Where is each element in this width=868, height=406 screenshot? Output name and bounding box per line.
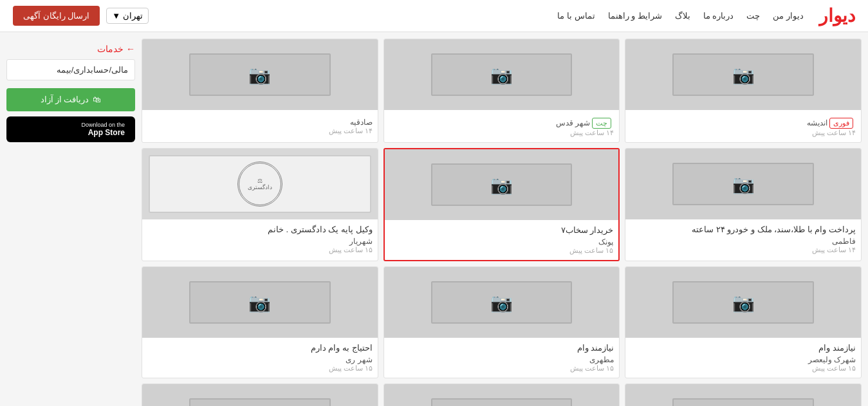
chevron-down-icon: ▼ <box>112 11 120 21</box>
arrow-right-icon: ← <box>126 44 135 54</box>
listing-card[interactable]: 📷 نیازمند وام مطهری ۱۵ ساعت پیش <box>383 266 620 378</box>
main-layout: 📷 فوری اندیشه ۱۴ ساعت پیش 📷 <box>0 32 868 406</box>
listing-title: نیازمند وام <box>631 343 856 353</box>
listing-body: پرداخت وام با طلا،سند، ملک و خودرو ۲۴ سا… <box>625 219 861 259</box>
listing-body: وکیل پایه یک دادگستری . خانم شهریار ۱۵ س… <box>142 219 378 259</box>
listing-image: 📷 <box>625 149 861 219</box>
camera-icon: 📷 <box>248 292 271 313</box>
listing-card[interactable]: 📷 چت شهر قدس ۱۴ ساعت پیش <box>383 39 620 143</box>
nav-link-contact[interactable]: تماس با ما <box>557 11 595 21</box>
azad-button[interactable]: 🛍 دریافت از آزاد <box>6 88 135 111</box>
listing-location: شهرک ولیعصر <box>631 355 856 364</box>
listing-title: احتیاج به وام دارم <box>147 343 373 353</box>
listing-body: احتیاج به وام دارم شهر ری ۱۵ ساعت پیش <box>142 338 378 378</box>
nav-item-contact[interactable]: تماس با ما <box>557 11 595 21</box>
image-placeholder: 📷 <box>672 281 813 324</box>
listing-card-highlighted[interactable]: 📷 خریدار سخاب۷ پونک ۱۵ ساعت پیش <box>383 148 620 261</box>
listing-card[interactable]: 📷 احتیاج به وام دارم شهر ری ۱۵ ساعت پیش <box>142 266 378 378</box>
listing-time: ۱۵ ساعت پیش <box>147 246 373 254</box>
camera-icon: 📷 <box>490 174 513 196</box>
appstore-text: Download on the App Store <box>81 122 125 137</box>
listing-time: ۱۴ ساعت پیش <box>631 246 856 254</box>
image-placeholder: 📷 <box>431 398 572 406</box>
image-placeholder: 📷 <box>672 398 813 406</box>
listing-location: شهر ری <box>147 355 373 364</box>
nav-item-blog[interactable]: بلاگ <box>675 11 690 21</box>
location-selector[interactable]: تهران ▼ <box>106 8 149 24</box>
listing-title: نیازمند وام <box>389 343 614 353</box>
camera-icon: 📷 <box>732 292 755 313</box>
nav-item-about[interactable]: درباره ما <box>703 11 734 21</box>
location-name: اندیشه <box>807 118 827 127</box>
logo[interactable]: دیوار <box>819 5 855 26</box>
image-placeholder: 📷 <box>189 53 330 96</box>
listing-location: صادقیه <box>147 118 373 127</box>
listing-time: ۱۵ ساعت پیش <box>390 246 614 255</box>
listing-image: 📷 <box>384 39 620 110</box>
nav-link-about[interactable]: درباره ما <box>703 11 734 21</box>
listing-body: صادقیه ۱۴ ساعت پیش <box>142 110 378 140</box>
nav-link-terms[interactable]: شرایط و راهنما <box>608 11 662 21</box>
nav-item-divar[interactable]: دیوار من <box>773 11 804 21</box>
lawyer-seal: ⚖دادگستری <box>237 161 282 207</box>
main-nav: دیوار من چت درباره ما بلاگ شرایط و راهنم… <box>557 11 804 21</box>
listing-image: 📷 <box>142 384 378 406</box>
listing-card[interactable]: 📷 نیازمند وام شهرک ولیعصر ۱۵ ساعت پیش <box>625 266 862 378</box>
listing-time: ۱۵ ساعت پیش <box>147 364 373 373</box>
appstore-button[interactable]: Download on the App Store <box>6 116 135 142</box>
listing-card[interactable]: 📷 وام جابجایی مسکن بدون <box>383 383 620 406</box>
services-label: خدمات <box>97 44 124 54</box>
listing-title: پرداخت وام با طلا،سند، ملک و خودرو ۲۴ سا… <box>631 225 856 234</box>
listing-image: 📷 <box>625 384 861 406</box>
listing-body: نیازمند وام شهرک ولیعصر ۱۵ ساعت پیش <box>625 338 861 378</box>
listing-time: ۱۴ ساعت پیش <box>631 129 856 137</box>
listing-time: ۱۵ ساعت پیش <box>631 364 856 373</box>
camera-icon: 📷 <box>732 174 755 195</box>
location-name: شهر قدس <box>556 118 590 127</box>
listing-body: خریدار سخاب۷ پونک ۱۵ ساعت پیش <box>385 220 619 260</box>
post-ad-button[interactable]: ارسال رایگان آگهی <box>13 6 100 26</box>
nav-item-terms[interactable]: شرایط و راهنما <box>608 11 662 21</box>
listing-body: نیازمند وام مطهری ۱۵ ساعت پیش <box>384 338 620 378</box>
azad-label: دریافت از آزاد <box>41 95 89 105</box>
nav-link-divar[interactable]: دیوار من <box>773 11 804 21</box>
listing-image: 📷 <box>625 39 861 110</box>
image-placeholder: 📷 <box>431 281 572 324</box>
listing-time: ۱۵ ساعت پیش <box>389 364 614 373</box>
appstore-line2: App Store <box>81 128 125 137</box>
nav-item-chat[interactable]: چت <box>746 11 760 21</box>
listing-location: مطهری <box>389 355 614 364</box>
listing-image: 📷 <box>142 267 378 338</box>
camera-icon: 📷 <box>732 64 755 86</box>
listing-location: فاطمی <box>631 237 856 246</box>
listing-title: خریدار سخاب۷ <box>390 225 614 235</box>
listing-card[interactable]: 📷 نیازمند وام <box>142 383 378 406</box>
listing-time: ۱۴ ساعت پیش <box>389 129 614 137</box>
listing-card[interactable]: 📷 فوری اندیشه ۱۴ ساعت پیش <box>625 39 862 143</box>
nav-list: دیوار من چت درباره ما بلاگ شرایط و راهنم… <box>557 11 804 21</box>
listing-card-lawyer[interactable]: ⚖دادگستری وکیل پایه یک دادگستری . خانم ش… <box>142 148 378 261</box>
image-placeholder: 📷 <box>672 163 813 205</box>
listing-title: وکیل پایه یک دادگستری . خانم <box>147 225 373 234</box>
sidebar-finance-item[interactable]: مالی/حسابداری/بیمه <box>6 59 135 80</box>
camera-icon: 📷 <box>490 292 513 313</box>
image-placeholder: 📷 <box>189 281 330 324</box>
camera-icon: 📷 <box>490 64 513 86</box>
listing-location: فوری اندیشه <box>631 118 856 129</box>
bag-icon: 🛍 <box>93 95 101 105</box>
nav-link-chat[interactable]: چت <box>746 11 760 21</box>
image-placeholder: 📷 <box>189 398 330 406</box>
listing-card[interactable]: 📷 پرداخت وام با طلا،سند، ملک و خودرو ۲۴ … <box>625 148 862 261</box>
listing-image: 📷 <box>142 39 378 110</box>
image-placeholder: 📷 <box>431 53 572 96</box>
listing-image-lawyer: ⚖دادگستری <box>142 149 378 219</box>
listing-location: چت شهر قدس <box>389 118 614 129</box>
listing-card[interactable]: 📷 وام ۱۰ میلیون تومانی <box>625 383 862 406</box>
listing-card[interactable]: 📷 صادقیه ۱۴ ساعت پیش <box>142 39 378 143</box>
nav-link-blog[interactable]: بلاگ <box>675 11 690 21</box>
camera-icon: 📷 <box>248 64 271 86</box>
sidebar-services-title: ← خدمات <box>6 39 135 59</box>
location-text: تهران <box>123 11 143 21</box>
header-left: تهران ▼ ارسال رایگان آگهی <box>13 6 149 26</box>
listings-area: 📷 فوری اندیشه ۱۴ ساعت پیش 📷 <box>142 39 862 406</box>
